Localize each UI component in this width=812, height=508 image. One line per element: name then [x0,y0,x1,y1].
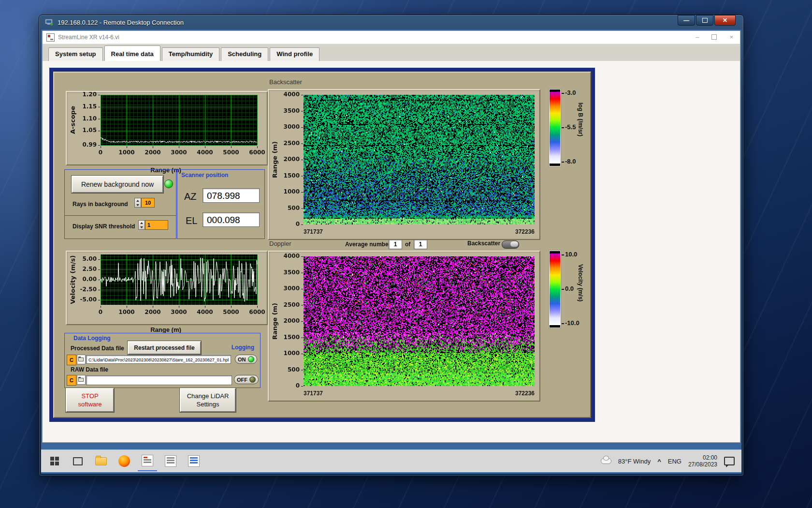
raw-browse-icon[interactable] [77,375,86,385]
rdp-minimize-button[interactable]: — [678,15,695,26]
chevron-up-icon[interactable]: ^ [657,458,661,465]
notification-icon[interactable] [724,457,735,465]
clock-date: 27/08/2023 [688,461,717,468]
rdp-window: 192.168.0.122 - Remote Desktop Connectio… [39,15,744,476]
taskbar-clock[interactable]: 02:00 27/08/2023 [688,454,717,468]
raw-path-field[interactable] [86,375,232,385]
weather-icon [601,458,611,464]
spinner-up-icon [140,222,143,224]
elevation-value-field[interactable]: 000.098 [203,212,260,227]
rdp-title-text: 192.168.0.122 - Remote Desktop Connectio… [58,19,184,26]
app-restore-button[interactable] [711,34,717,40]
elevation-label: EL [186,215,197,226]
change-lidar-settings-button[interactable]: Change LiDARSettings [180,388,236,412]
renew-background-led [164,179,173,188]
app-window-controls: – × [696,33,733,41]
tab-real-time-data[interactable]: Real time data [104,45,160,61]
rdp-close-button[interactable]: ✕ [714,15,736,26]
doppler-cbar-max: 10.0 [565,251,577,258]
colorbar-tick [562,162,564,163]
tab-strip: System setup Real time data Temp/humidit… [43,44,740,61]
tab-scheduling[interactable]: Scheduling [221,47,268,61]
processed-path-field[interactable]: C:\Lidar\Data\Proc\2023\202308\20230827\… [86,355,231,364]
streamline-app-window: StreamLine XR v14-6.vi – × System setup … [42,30,740,443]
close-icon: ✕ [723,17,727,24]
notepad-app-button[interactable] [184,451,203,471]
labview-vi-icon [46,33,55,42]
doppler-graph-frame [268,251,540,402]
data-logging-title: Data Logging [73,335,111,342]
rdp-maximize-button[interactable] [696,15,713,26]
app-minimize-button[interactable]: – [696,33,699,41]
controls-divider [65,215,176,216]
processed-data-file-label: Processed Data file [71,345,124,352]
rdp-title-bar[interactable]: 192.168.0.122 - Remote Desktop Connectio… [39,15,743,30]
clock-time: 02:00 [703,454,717,461]
snr-value-field[interactable]: 1 [145,220,168,230]
data-logging-box: Data Logging Processed Data file Restart… [64,333,261,388]
start-button[interactable] [45,451,64,471]
backscatter-toggle-switch[interactable] [502,240,519,249]
logging-off-led [249,376,256,383]
velocity-graph-frame [66,251,268,325]
raw-data-file-label: RAW Data file [71,366,108,373]
stop-software-button[interactable]: STOPsoftware [66,388,114,412]
ascope-graph-frame [66,91,268,165]
tab-temp-humidity[interactable]: Temp/humidity [162,47,219,61]
rays-value-field[interactable]: 10 [141,198,155,208]
spinner-up-icon [136,200,139,202]
minimize-icon: — [683,17,689,24]
azimuth-label: AZ [184,191,197,202]
file-explorer-button[interactable] [91,451,111,471]
backscatter-heatmap [269,90,537,237]
rdp-window-controls: — ✕ [678,15,736,26]
snr-spinner[interactable] [138,220,145,230]
taskbar-tray: 83°F Windy ^ ENG 02:00 27/08/2023 [601,454,741,468]
tab-wind-profile[interactable]: Wind profile [270,47,319,61]
velocity-xaxis-label: Range (m) [66,326,266,333]
tab-system-setup[interactable]: System setup [48,47,103,61]
app-title-text: StreamLine XR v14-6.vi [58,34,119,41]
average-total-field[interactable]: 1 [414,239,427,249]
backscatter-cbar-label: log B (/m/sr) [577,103,584,136]
average-number-field[interactable]: 1 [389,239,402,249]
azimuth-value-field[interactable]: 078.998 [203,188,260,203]
backscatter-title: Backscatter [269,78,302,86]
taskbar: 83°F Windy ^ ENG 02:00 27/08/2023 [41,449,741,472]
rays-spinner[interactable] [134,198,141,208]
doppler-cbar-mid: 0.0 [565,285,574,292]
of-label: of [405,241,410,248]
language-indicator[interactable]: ENG [668,458,682,465]
doppler-title: Doppler [269,240,291,247]
app-title-bar[interactable]: StreamLine XR v14-6.vi [43,31,740,44]
firefox-button[interactable] [115,451,134,471]
background-controls-box: Renew background now Rays in background … [64,169,176,239]
scanner-position-title: Scanner position [181,172,228,179]
weather-text[interactable]: 83°F Windy [618,458,651,465]
raw-drive-selector[interactable]: C [67,375,76,386]
scan-scheduler-icon [165,455,176,467]
colorbar-tick [562,323,564,324]
doppler-x-start: 371737 [304,390,323,397]
streamline-app-button[interactable] [138,451,157,471]
restart-processed-file-button[interactable]: Restart processed file [128,341,201,355]
desktop: { "rdp": { "title": "192.168.0.122 - Rem… [0,0,812,508]
processed-drive-selector[interactable]: C [67,355,76,365]
processed-logging-on-button[interactable]: ON [235,355,257,364]
app-close-button[interactable]: × [729,33,733,41]
snr-threshold-label: Display SNR threshold [72,223,135,230]
processed-browse-icon[interactable] [77,355,86,364]
backscatter-cbar-min: -8.0 [565,158,576,165]
doppler-x-axis: 371737 372236 [304,390,535,397]
backscatter-cbar-mid: -5.5 [565,123,576,131]
colorbar-tick [562,93,564,94]
scan-scheduler-button[interactable] [161,451,180,471]
rdp-icon [45,19,54,26]
raw-logging-off-button[interactable]: OFF [234,375,259,384]
task-view-button[interactable] [68,451,87,471]
doppler-cbar-label: Velocity (m/s) [577,264,584,301]
scanner-position-box: Scanner position AZ 078.998 EL 000.098 [177,169,265,239]
average-number-label: Average number [345,241,391,248]
renew-background-button[interactable]: Renew background now [72,176,163,193]
ascope-plot [67,92,265,163]
